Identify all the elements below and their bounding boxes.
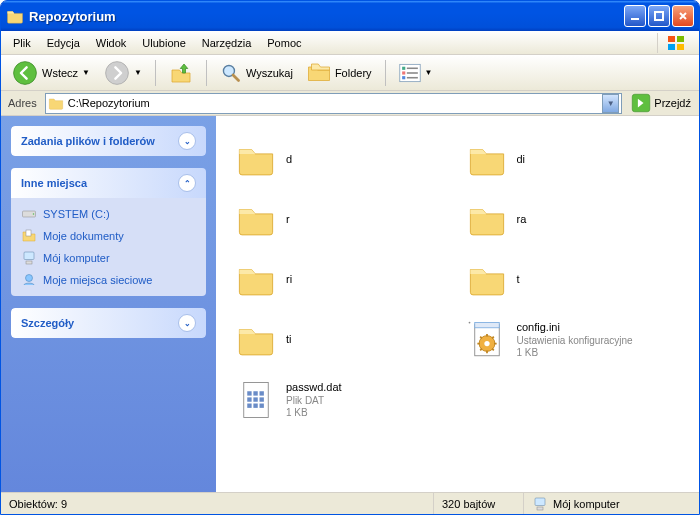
views-icon (399, 63, 421, 83)
menu-help[interactable]: Pomoc (259, 34, 309, 52)
panel-details-title: Szczegóły (21, 317, 74, 329)
maximize-button[interactable] (648, 5, 670, 27)
svg-rect-24 (474, 323, 499, 328)
svg-rect-1 (655, 12, 663, 20)
address-label: Adres (4, 97, 41, 109)
svg-rect-38 (535, 498, 545, 506)
forward-arrow-icon (104, 60, 130, 86)
svg-point-6 (14, 61, 37, 84)
svg-point-18 (33, 213, 35, 215)
search-label: Wyszukaj (246, 67, 293, 79)
svg-rect-0 (631, 18, 639, 20)
up-folder-icon (169, 61, 193, 85)
folder-icon (234, 198, 278, 242)
go-arrow-icon (631, 93, 651, 113)
windows-logo-icon (657, 33, 695, 53)
svg-rect-36 (253, 404, 257, 408)
svg-rect-12 (402, 76, 405, 79)
folder-icon (465, 258, 509, 302)
link-my-documents[interactable]: Moje dokumenty (21, 228, 196, 244)
file-item-passwd[interactable]: passwd.dat Plik DAT 1 KB (232, 372, 453, 428)
svg-rect-35 (247, 404, 251, 408)
file-item-config[interactable]: config.ini Ustawienia konfiguracyjne 1 K… (463, 312, 684, 368)
svg-rect-20 (24, 252, 34, 260)
minimize-button[interactable] (624, 5, 646, 27)
status-location: Mój komputer (524, 493, 699, 514)
folder-icon (234, 318, 278, 362)
svg-rect-37 (260, 404, 264, 408)
svg-rect-39 (537, 507, 543, 510)
svg-point-22 (26, 275, 33, 282)
svg-rect-32 (247, 397, 251, 401)
computer-icon (21, 250, 37, 266)
dat-file-icon (234, 378, 278, 422)
chevron-down-icon: ▼ (82, 68, 90, 77)
svg-rect-14 (406, 72, 417, 74)
svg-rect-11 (402, 71, 405, 74)
folder-icon (234, 138, 278, 182)
folder-item[interactable]: r (232, 192, 453, 248)
svg-rect-2 (668, 36, 675, 42)
folders-button[interactable]: Foldery (302, 59, 377, 87)
svg-rect-30 (253, 391, 257, 395)
address-input[interactable] (68, 97, 599, 109)
folder-item[interactable]: di (463, 132, 684, 188)
forward-button[interactable]: ▼ (99, 57, 147, 89)
network-icon (21, 272, 37, 288)
panel-details-header[interactable]: Szczegóły ⌄ (11, 308, 206, 338)
panel-file-tasks-header[interactable]: Zadania plików i folderów ⌄ (11, 126, 206, 156)
link-my-computer[interactable]: Mój komputer (21, 250, 196, 266)
chevron-down-icon: ▼ (134, 68, 142, 77)
link-system-drive[interactable]: SYSTEM (C:) (21, 206, 196, 222)
svg-rect-13 (406, 67, 417, 69)
menu-favorites[interactable]: Ulubione (134, 34, 193, 52)
folders-label: Foldery (335, 67, 372, 79)
panel-file-tasks-title: Zadania plików i folderów (21, 135, 155, 147)
folder-item[interactable]: d (232, 132, 453, 188)
computer-icon (532, 496, 548, 512)
folder-icon (234, 258, 278, 302)
menu-tools[interactable]: Narzędzia (194, 34, 260, 52)
chevron-up-icon: ⌃ (178, 174, 196, 192)
back-label: Wstecz (42, 67, 78, 79)
svg-rect-19 (26, 230, 31, 236)
panel-other-places-header[interactable]: Inne miejsca ⌃ (11, 168, 206, 198)
documents-icon (21, 228, 37, 244)
status-objects: Obiektów: 9 (1, 493, 434, 514)
folder-item[interactable]: t (463, 252, 684, 308)
svg-rect-3 (677, 36, 684, 42)
folder-icon (6, 7, 24, 25)
search-button[interactable]: Wyszukaj (215, 59, 298, 87)
link-network-places[interactable]: Moje miejsca sieciowe (21, 272, 196, 288)
go-button[interactable]: Przejdź (626, 91, 696, 115)
up-button[interactable] (164, 58, 198, 88)
close-button[interactable] (672, 5, 694, 27)
menu-edit[interactable]: Edycja (39, 34, 88, 52)
svg-point-7 (106, 61, 129, 84)
back-arrow-icon (12, 60, 38, 86)
folder-item[interactable]: ri (232, 252, 453, 308)
go-label: Przejdź (654, 97, 691, 109)
folder-item[interactable]: ra (463, 192, 684, 248)
folder-icon (465, 138, 509, 182)
menu-file[interactable]: Plik (5, 34, 39, 52)
svg-rect-15 (406, 76, 417, 78)
views-button[interactable]: ▼ (394, 60, 438, 86)
svg-point-27 (484, 341, 489, 346)
svg-rect-21 (26, 261, 32, 264)
svg-rect-33 (253, 397, 257, 401)
address-dropdown-button[interactable]: ▼ (602, 94, 619, 113)
menu-view[interactable]: Widok (88, 34, 135, 52)
back-button[interactable]: Wstecz ▼ (7, 57, 95, 89)
svg-rect-34 (260, 397, 264, 401)
chevron-down-icon: ⌄ (178, 314, 196, 332)
address-field[interactable]: ▼ (45, 93, 623, 114)
ini-file-icon (465, 318, 509, 362)
svg-point-25 (468, 322, 470, 324)
folder-item[interactable]: ti (232, 312, 453, 368)
svg-rect-4 (668, 44, 675, 50)
svg-rect-5 (677, 44, 684, 50)
svg-rect-29 (247, 391, 251, 395)
window-title: Repozytorium (29, 9, 624, 24)
panel-other-places-title: Inne miejsca (21, 177, 87, 189)
